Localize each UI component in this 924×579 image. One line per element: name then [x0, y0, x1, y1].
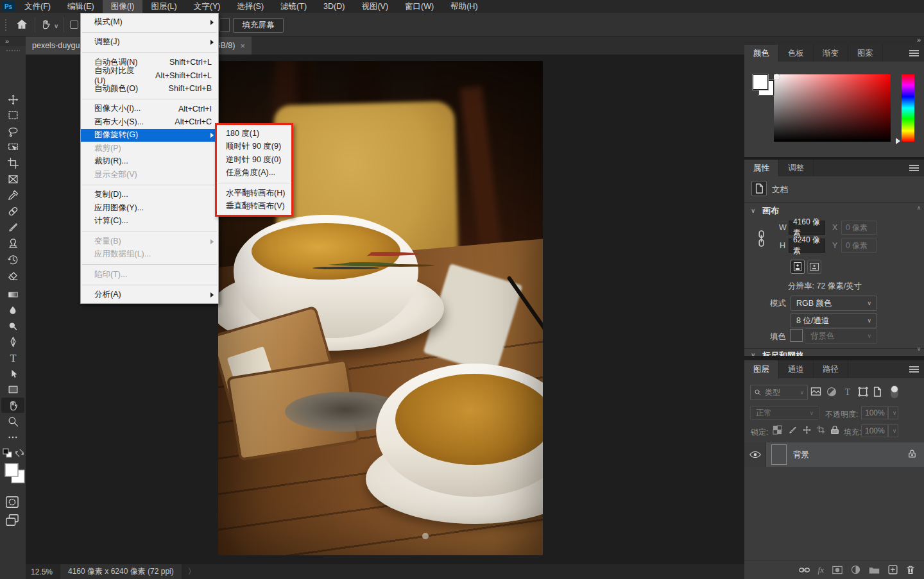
menu-item-auto-contrast[interactable]: 自动对比度(U)Alt+Shift+Ctrl+L — [81, 69, 218, 83]
panel-collapse-icon[interactable]: » — [917, 36, 920, 44]
fill-screen-button[interactable]: 填充屏幕 — [233, 18, 284, 33]
menu-image[interactable]: 图像(I) — [103, 0, 143, 13]
tab-patterns[interactable]: 图案 — [848, 45, 883, 62]
edit-toolbar-icon[interactable] — [1, 430, 24, 445]
color-mode-dropdown[interactable]: RGB 颜色∨ — [791, 296, 877, 311]
scroll-down-icon[interactable]: ∨ — [915, 346, 923, 352]
menu-file[interactable]: 文件(F) — [16, 0, 59, 13]
menu-item-analysis[interactable]: 分析(A) — [81, 289, 218, 302]
portrait-orientation-button[interactable] — [791, 260, 805, 274]
menu-view[interactable]: 视图(V) — [353, 0, 397, 13]
home-icon[interactable] — [15, 18, 28, 33]
add-mask-icon[interactable] — [832, 566, 843, 575]
swap-colors-icon[interactable] — [15, 448, 24, 460]
tab-channels[interactable]: 通道 — [779, 360, 814, 378]
layer-filter-dropdown[interactable]: 类型 ∨ — [750, 385, 808, 400]
height-field[interactable]: 6240 像素 — [789, 239, 825, 253]
filter-adjustment-layers-icon[interactable] — [826, 387, 837, 397]
frame-tool[interactable] — [1, 171, 24, 187]
submenu-item-180[interactable]: 180 度(1) — [217, 127, 291, 140]
lock-position-icon[interactable] — [802, 425, 812, 435]
rectangle-tool[interactable] — [1, 382, 24, 397]
layer-lock-icon[interactable] — [908, 449, 916, 460]
menu-window[interactable]: 窗口(W) — [397, 0, 442, 13]
fit-screen-button-partial[interactable] — [219, 18, 230, 32]
eyedropper-tool[interactable] — [1, 187, 24, 203]
submenu-item-arbitrary[interactable]: 任意角度(A)... — [217, 167, 291, 180]
type-tool[interactable]: T — [1, 350, 24, 365]
landscape-orientation-button[interactable] — [807, 260, 821, 274]
new-adjustment-layer-icon[interactable] — [851, 565, 860, 575]
spot-healing-brush-tool[interactable] — [1, 203, 24, 219]
filter-type-layers-icon[interactable]: T — [843, 387, 853, 397]
layer-effects-icon[interactable]: fx — [818, 565, 824, 575]
gradient-tool[interactable] — [1, 287, 24, 302]
lock-transparency-icon[interactable] — [773, 425, 782, 435]
panel-menu-icon[interactable] — [909, 165, 919, 171]
link-layers-icon[interactable] — [799, 566, 810, 574]
blur-tool[interactable] — [1, 303, 24, 318]
rulers-section-chevron-icon[interactable]: ∨ — [751, 351, 755, 356]
tab-gradients[interactable]: 渐变 — [814, 45, 848, 62]
menu-item-apply-image[interactable]: 应用图像(Y)... — [81, 201, 218, 215]
foreground-background-swatches[interactable] — [4, 462, 26, 487]
hand-tool[interactable] — [1, 398, 24, 413]
brush-tool[interactable] — [1, 219, 24, 235]
options-checkbox[interactable] — [70, 21, 78, 29]
menu-layer[interactable]: 图层(L) — [142, 0, 185, 13]
tab-paths[interactable]: 路径 — [814, 360, 848, 378]
object-selection-tool[interactable] — [1, 139, 24, 155]
tab-close-icon[interactable]: × — [240, 41, 245, 51]
layer-visibility-cell[interactable] — [744, 442, 766, 467]
submenu-item-flip-vertical[interactable]: 垂直翻转画布(V) — [217, 200, 291, 214]
menu-item-calculations[interactable]: 计算(C)... — [81, 215, 218, 228]
menu-item-canvas-size[interactable]: 画布大小(S)...Alt+Ctrl+C — [81, 115, 218, 129]
fill-color-swatch[interactable] — [790, 329, 803, 342]
width-field[interactable]: 4160 像素 — [789, 221, 825, 235]
menu-item-auto-color[interactable]: 自动颜色(O)Shift+Ctrl+B — [81, 82, 218, 96]
lasso-tool[interactable] — [1, 124, 24, 139]
history-brush-tool[interactable] — [1, 251, 24, 267]
link-dimensions-icon[interactable] — [757, 230, 766, 249]
canvas-section-chevron-icon[interactable]: ∨ — [751, 207, 755, 214]
menu-filter[interactable]: 滤镜(T) — [272, 0, 315, 13]
menu-item-mode[interactable]: 模式(M) — [81, 15, 218, 29]
scroll-up-icon[interactable]: ∧ — [915, 205, 923, 211]
hand-option-caret-icon[interactable]: ∨ — [54, 22, 58, 29]
dodge-tool[interactable] — [1, 319, 24, 334]
panel-menu-icon[interactable] — [909, 50, 919, 56]
panel-menu-icon[interactable] — [909, 366, 919, 373]
lock-all-icon[interactable] — [830, 425, 839, 435]
hand-tool-option-icon[interactable] — [40, 19, 51, 32]
menu-edit[interactable]: 编辑(E) — [59, 0, 103, 13]
tab-swatches[interactable]: 色板 — [779, 45, 814, 62]
tab-layers[interactable]: 图层 — [744, 360, 779, 378]
layer-thumbnail[interactable] — [771, 444, 787, 465]
status-caret-icon[interactable]: 〉 — [188, 566, 196, 577]
submenu-item-90-ccw[interactable]: 逆时针 90 度(0) — [217, 153, 291, 167]
color-picker-cursor[interactable] — [774, 74, 780, 80]
hue-slider-icon[interactable] — [896, 138, 900, 144]
document-icon[interactable] — [751, 181, 767, 196]
zoom-tool[interactable] — [1, 414, 24, 429]
menu-item-duplicate[interactable]: 复制(D)... — [81, 189, 218, 202]
foreground-color-swatch[interactable] — [753, 74, 768, 90]
filter-toggle[interactable] — [891, 385, 898, 398]
layer-row-background[interactable]: 背景 — [744, 442, 924, 467]
saturation-brightness-box[interactable] — [774, 74, 891, 142]
bit-depth-dropdown[interactable]: 8 位/通道∨ — [791, 313, 877, 328]
hue-strip[interactable] — [902, 74, 914, 142]
lock-artboard-icon[interactable] — [816, 425, 826, 435]
eraser-tool[interactable] — [1, 268, 24, 283]
lock-pixels-icon[interactable] — [788, 425, 798, 435]
rectangular-marquee-tool[interactable] — [1, 107, 24, 122]
new-group-icon[interactable] — [869, 566, 880, 575]
filter-shape-layers-icon[interactable] — [858, 387, 868, 397]
menu-item-image-rotation[interactable]: 图像旋转(G) — [81, 129, 218, 142]
options-grip[interactable] — [4, 19, 7, 31]
menu-type[interactable]: 文字(Y) — [185, 0, 229, 13]
screen-mode-icon[interactable] — [5, 514, 19, 528]
path-selection-tool[interactable] — [1, 366, 24, 382]
quick-mask-icon[interactable] — [5, 496, 19, 510]
tab-properties[interactable]: 属性 — [744, 160, 779, 176]
